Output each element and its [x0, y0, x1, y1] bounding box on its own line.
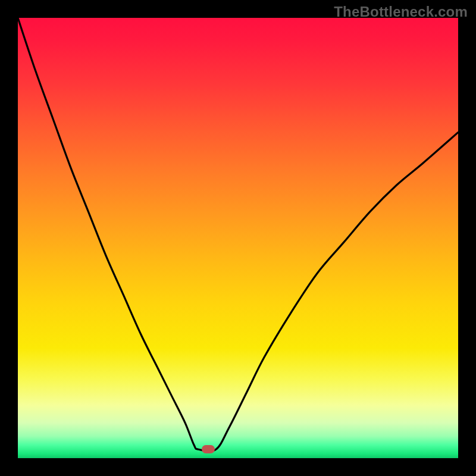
- optimal-point-marker: [202, 445, 215, 453]
- curve-path: [18, 18, 458, 451]
- watermark-text: TheBottleneck.com: [334, 4, 468, 20]
- chart-frame: TheBottleneck.com: [0, 0, 476, 476]
- plot-area: [18, 18, 458, 458]
- bottleneck-curve: [18, 18, 458, 458]
